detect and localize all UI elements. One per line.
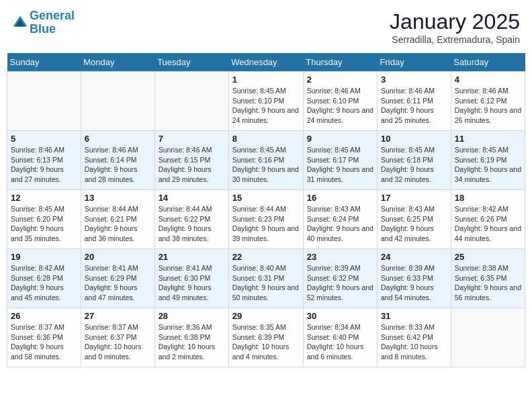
day-info: Sunrise: 8:40 AMSunset: 6:31 PMDaylight:… [232, 263, 300, 303]
day-header-wednesday: Wednesday [228, 53, 303, 72]
day-number: 2 [307, 75, 373, 85]
location-subtitle: Serradilla, Extremadura, Spain [390, 34, 520, 45]
calendar-cell: 20Sunrise: 8:41 AMSunset: 6:29 PMDayligh… [81, 249, 154, 308]
day-number: 5 [11, 134, 77, 144]
calendar-week-4: 19Sunrise: 8:42 AMSunset: 6:28 PMDayligh… [7, 249, 525, 308]
day-number: 30 [307, 311, 373, 321]
calendar-cell: 16Sunrise: 8:43 AMSunset: 6:24 PMDayligh… [303, 190, 377, 249]
day-info: Sunrise: 8:36 AMSunset: 6:38 PMDaylight:… [159, 322, 225, 362]
calendar-cell: 18Sunrise: 8:42 AMSunset: 6:26 PMDayligh… [451, 190, 525, 249]
day-number: 25 [455, 252, 521, 262]
calendar-cell: 9Sunrise: 8:45 AMSunset: 6:17 PMDaylight… [303, 131, 377, 190]
day-info: Sunrise: 8:37 AMSunset: 6:36 PMDaylight:… [11, 322, 77, 362]
calendar-cell: 6Sunrise: 8:46 AMSunset: 6:14 PMDaylight… [81, 131, 154, 190]
month-title: January 2025 [390, 9, 520, 34]
calendar-cell: 31Sunrise: 8:33 AMSunset: 6:42 PMDayligh… [378, 308, 451, 367]
day-info: Sunrise: 8:39 AMSunset: 6:32 PMDaylight:… [307, 263, 373, 303]
day-info: Sunrise: 8:46 AMSunset: 6:12 PMDaylight:… [455, 86, 521, 126]
calendar-cell: 22Sunrise: 8:40 AMSunset: 6:31 PMDayligh… [228, 249, 303, 308]
calendar-cell: 15Sunrise: 8:44 AMSunset: 6:23 PMDayligh… [228, 190, 303, 249]
day-number: 3 [381, 75, 447, 85]
day-number: 9 [307, 134, 373, 144]
calendar-week-5: 26Sunrise: 8:37 AMSunset: 6:36 PMDayligh… [7, 308, 525, 367]
day-header-sunday: Sunday [7, 53, 81, 72]
calendar-cell [154, 72, 228, 131]
calendar-cell [81, 72, 154, 131]
page-header: General Blue January 2025 Serradilla, Ex… [7, 7, 525, 48]
day-info: Sunrise: 8:44 AMSunset: 6:21 PMDaylight:… [85, 204, 151, 244]
calendar-cell: 14Sunrise: 8:44 AMSunset: 6:22 PMDayligh… [154, 190, 228, 249]
day-info: Sunrise: 8:45 AMSunset: 6:19 PMDaylight:… [455, 145, 521, 185]
day-info: Sunrise: 8:42 AMSunset: 6:28 PMDaylight:… [11, 263, 77, 303]
day-number: 26 [11, 311, 77, 321]
calendar-cell: 1Sunrise: 8:45 AMSunset: 6:10 PMDaylight… [228, 72, 303, 131]
calendar-cell: 17Sunrise: 8:43 AMSunset: 6:25 PMDayligh… [378, 190, 451, 249]
day-info: Sunrise: 8:45 AMSunset: 6:16 PMDaylight:… [232, 145, 300, 185]
day-number: 10 [381, 134, 447, 144]
day-number: 7 [159, 134, 225, 144]
calendar-cell: 28Sunrise: 8:36 AMSunset: 6:38 PMDayligh… [154, 308, 228, 367]
day-number: 4 [455, 75, 521, 85]
calendar-cell: 21Sunrise: 8:41 AMSunset: 6:30 PMDayligh… [154, 249, 228, 308]
day-info: Sunrise: 8:45 AMSunset: 6:10 PMDaylight:… [232, 86, 300, 126]
day-number: 29 [232, 311, 300, 321]
day-number: 12 [11, 193, 77, 203]
calendar-cell: 26Sunrise: 8:37 AMSunset: 6:36 PMDayligh… [7, 308, 81, 367]
day-info: Sunrise: 8:45 AMSunset: 6:18 PMDaylight:… [381, 145, 447, 185]
calendar-cell: 24Sunrise: 8:39 AMSunset: 6:33 PMDayligh… [378, 249, 451, 308]
day-info: Sunrise: 8:46 AMSunset: 6:15 PMDaylight:… [159, 145, 225, 185]
day-info: Sunrise: 8:41 AMSunset: 6:30 PMDaylight:… [159, 263, 225, 303]
day-info: Sunrise: 8:45 AMSunset: 6:20 PMDaylight:… [11, 204, 77, 244]
day-info: Sunrise: 8:38 AMSunset: 6:35 PMDaylight:… [455, 263, 521, 303]
day-info: Sunrise: 8:46 AMSunset: 6:13 PMDaylight:… [11, 145, 77, 185]
day-number: 14 [159, 193, 225, 203]
calendar-cell: 23Sunrise: 8:39 AMSunset: 6:32 PMDayligh… [303, 249, 377, 308]
day-header-saturday: Saturday [451, 53, 525, 72]
calendar-cell: 5Sunrise: 8:46 AMSunset: 6:13 PMDaylight… [7, 131, 81, 190]
calendar-cell [7, 72, 81, 131]
day-info: Sunrise: 8:39 AMSunset: 6:33 PMDaylight:… [381, 263, 447, 303]
day-number: 22 [232, 252, 300, 262]
logo: General Blue [12, 9, 75, 36]
calendar-week-3: 12Sunrise: 8:45 AMSunset: 6:20 PMDayligh… [7, 190, 525, 249]
day-number: 18 [455, 193, 521, 203]
calendar-cell: 29Sunrise: 8:35 AMSunset: 6:39 PMDayligh… [228, 308, 303, 367]
day-number: 6 [85, 134, 151, 144]
calendar-cell [451, 308, 525, 367]
day-info: Sunrise: 8:34 AMSunset: 6:40 PMDaylight:… [307, 322, 373, 362]
day-number: 16 [307, 193, 373, 203]
calendar-cell: 7Sunrise: 8:46 AMSunset: 6:15 PMDaylight… [154, 131, 228, 190]
day-info: Sunrise: 8:33 AMSunset: 6:42 PMDaylight:… [381, 322, 447, 362]
calendar-cell: 25Sunrise: 8:38 AMSunset: 6:35 PMDayligh… [451, 249, 525, 308]
calendar-cell: 4Sunrise: 8:46 AMSunset: 6:12 PMDaylight… [451, 72, 525, 131]
calendar-week-1: 1Sunrise: 8:45 AMSunset: 6:10 PMDaylight… [7, 72, 525, 131]
day-info: Sunrise: 8:46 AMSunset: 6:14 PMDaylight:… [85, 145, 151, 185]
calendar-cell: 13Sunrise: 8:44 AMSunset: 6:21 PMDayligh… [81, 190, 154, 249]
day-info: Sunrise: 8:37 AMSunset: 6:37 PMDaylight:… [85, 322, 151, 362]
day-number: 19 [11, 252, 77, 262]
day-header-thursday: Thursday [303, 53, 377, 72]
day-header-monday: Monday [81, 53, 154, 72]
day-header-friday: Friday [378, 53, 451, 72]
calendar-cell: 27Sunrise: 8:37 AMSunset: 6:37 PMDayligh… [81, 308, 154, 367]
day-number: 28 [159, 311, 225, 321]
day-number: 23 [307, 252, 373, 262]
day-info: Sunrise: 8:43 AMSunset: 6:25 PMDaylight:… [381, 204, 447, 244]
calendar-cell: 11Sunrise: 8:45 AMSunset: 6:19 PMDayligh… [451, 131, 525, 190]
title-block: January 2025 Serradilla, Extremadura, Sp… [390, 9, 520, 45]
day-info: Sunrise: 8:42 AMSunset: 6:26 PMDaylight:… [455, 204, 521, 244]
day-header-tuesday: Tuesday [154, 53, 228, 72]
logo-icon [12, 15, 28, 31]
calendar-cell: 2Sunrise: 8:46 AMSunset: 6:10 PMDaylight… [303, 72, 377, 131]
calendar-header-row: SundayMondayTuesdayWednesdayThursdayFrid… [7, 53, 525, 72]
calendar-cell: 8Sunrise: 8:45 AMSunset: 6:16 PMDaylight… [228, 131, 303, 190]
calendar-cell: 30Sunrise: 8:34 AMSunset: 6:40 PMDayligh… [303, 308, 377, 367]
day-number: 31 [381, 311, 447, 321]
logo-text: General Blue [30, 9, 75, 36]
day-info: Sunrise: 8:41 AMSunset: 6:29 PMDaylight:… [85, 263, 151, 303]
day-info: Sunrise: 8:46 AMSunset: 6:11 PMDaylight:… [381, 86, 447, 126]
day-number: 27 [85, 311, 151, 321]
calendar-table: SundayMondayTuesdayWednesdayThursdayFrid… [7, 53, 525, 367]
day-info: Sunrise: 8:35 AMSunset: 6:39 PMDaylight:… [232, 322, 300, 362]
day-number: 15 [232, 193, 300, 203]
